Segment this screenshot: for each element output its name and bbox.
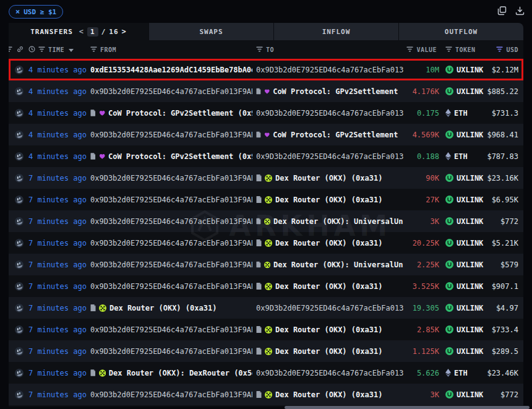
tab-outflow[interactable]: OUTFLOW — [398, 23, 523, 40]
filter-icon[interactable] — [445, 46, 452, 53]
link-icon[interactable] — [17, 46, 24, 54]
column-header-token[interactable]: TOKEN — [442, 46, 485, 53]
filter-icon[interactable] — [38, 46, 45, 53]
address-link[interactable]: 0x9D3b2d0E7925ED46c4a767acEbFa013F9AB… — [90, 239, 252, 248]
address-link[interactable]: 0x9D3b2d0E7925ED46c4a767acEbFa013F9AB… — [90, 325, 252, 334]
filter-icon[interactable] — [256, 46, 263, 53]
page-prev-button[interactable]: < — [79, 27, 84, 36]
chain-explorer-cell[interactable] — [9, 304, 25, 312]
horizontal-scrollbar[interactable] — [285, 406, 530, 409]
time-link[interactable]: 7 minutes ago — [25, 347, 87, 356]
table-row[interactable]: 7 minutes ago0x9D3b2d0E7925ED46c4a767acE… — [9, 167, 523, 189]
entity-link[interactable]: Dex Router (OKX) (0xa31) — [90, 304, 217, 312]
address-link[interactable]: 0x9D3b2d0E7925ED46c4a767acEbFa013F9AB… — [90, 174, 252, 183]
address-link[interactable]: 0xdE153534428Aae1269AdC1459EbBe78bA0e… — [90, 66, 252, 74]
entity-link[interactable]: Dex Router (OKX) (0xa31) — [256, 282, 382, 291]
address-link[interactable]: 0x9D3b2d0E7925ED46c4a767acEbFa013F9AB… — [90, 196, 252, 204]
chain-explorer-cell[interactable] — [9, 347, 25, 356]
entity-link[interactable]: CoW Protocol: GPv2Settlement (0x9… — [256, 87, 403, 96]
token-cell[interactable]: UXLINK — [442, 390, 485, 399]
time-link[interactable]: 7 minutes ago — [25, 239, 87, 248]
address-link[interactable]: 0x9D3b2d0E7925ED46c4a767acEbFa013F9AB… — [256, 109, 403, 118]
token-cell[interactable]: UXLINK — [442, 217, 485, 226]
address-link[interactable]: 0x9D3b2d0E7925ED46c4a767acEbFa013F9AB… — [256, 152, 403, 161]
time-link[interactable]: 7 minutes ago — [25, 369, 87, 377]
entity-link[interactable]: Dex Router (OKX): UniversalUniswa… — [256, 260, 403, 269]
table-row[interactable]: 7 minutes agoDex Router (OKX) (0xa31)0x9… — [9, 297, 523, 319]
token-cell[interactable]: UXLINK — [442, 347, 485, 356]
token-cell[interactable]: UXLINK — [442, 131, 485, 139]
table-row[interactable]: 7 minutes ago0x9D3b2d0E7925ED46c4a767acE… — [9, 319, 523, 340]
entity-link[interactable]: Dex Router (OKX) (0xa31) — [256, 325, 382, 334]
entity-link[interactable]: Dex Router (OKX) (0xa31) — [256, 347, 382, 356]
chain-explorer-cell[interactable] — [9, 196, 25, 204]
column-header-usd[interactable]: USD — [485, 46, 523, 53]
chain-explorer-cell[interactable] — [9, 390, 25, 399]
table-row[interactable]: 7 minutes ago0x9D3b2d0E7925ED46c4a767acE… — [9, 254, 523, 275]
copy-icon[interactable] — [497, 6, 507, 18]
chain-explorer-cell[interactable] — [9, 174, 25, 183]
chain-explorer-cell[interactable] — [9, 66, 25, 74]
time-link[interactable]: 4 minutes ago — [25, 109, 87, 118]
column-header-to[interactable]: TO — [252, 46, 403, 53]
chain-explorer-cell[interactable] — [9, 87, 25, 96]
address-link[interactable]: 0x9D3b2d0E7925ED46c4a767acEbFa013F9AB… — [90, 87, 252, 96]
filter-icon[interactable] — [406, 46, 413, 53]
table-row[interactable]: 7 minutes ago0x9D3b2d0E7925ED46c4a767acE… — [9, 232, 523, 254]
time-link[interactable]: 4 minutes ago — [25, 66, 87, 74]
address-link[interactable]: 0x9D3b2d0E7925ED46c4a767acEbFa013F9AB… — [256, 304, 403, 312]
chain-explorer-cell[interactable] — [9, 260, 25, 269]
column-header-from[interactable]: FROM — [87, 46, 252, 53]
table-row[interactable]: 4 minutes agoCoW Protocol: GPv2Settlemen… — [9, 102, 523, 124]
time-link[interactable]: 4 minutes ago — [25, 87, 87, 96]
table-row[interactable]: 4 minutes agoCoW Protocol: GPv2Settlemen… — [9, 145, 523, 167]
entity-link[interactable]: Dex Router (OKX) (0xa31) — [256, 239, 382, 248]
usd-filter-chip[interactable]: × USD ≥ $1 — [9, 5, 63, 19]
token-cell[interactable]: UXLINK — [442, 282, 485, 291]
tab-transfers[interactable]: TRANSFERS < 1 / 16 > — [9, 23, 148, 40]
token-cell[interactable]: UXLINK — [442, 260, 485, 269]
table-row[interactable]: 7 minutes ago0x9D3b2d0E7925ED46c4a767acE… — [9, 340, 523, 362]
table-row[interactable]: 7 minutes ago0x9D3b2d0E7925ED46c4a767acE… — [9, 384, 523, 405]
address-link[interactable]: 0x9D3b2d0E7925ED46c4a767acEbFa013F9AB… — [90, 131, 252, 139]
chain-explorer-cell[interactable] — [9, 217, 25, 226]
token-cell[interactable]: UXLINK — [442, 325, 485, 334]
chain-explorer-cell[interactable] — [9, 325, 25, 334]
column-header-time[interactable]: TIME — [25, 46, 87, 54]
address-link[interactable]: 0x9D3b2d0E7925ED46c4a767acEbFa013F9AB… — [90, 260, 252, 269]
time-link[interactable]: 7 minutes ago — [25, 260, 87, 269]
chain-explorer-cell[interactable] — [9, 369, 25, 377]
time-link[interactable]: 4 minutes ago — [25, 152, 87, 161]
chain-explorer-cell[interactable] — [9, 152, 25, 161]
tab-swaps[interactable]: SWAPS — [148, 23, 273, 40]
entity-link[interactable]: CoW Protocol: GPv2Settlement (0x9… — [256, 131, 403, 139]
time-link[interactable]: 7 minutes ago — [25, 325, 87, 334]
page-next-button[interactable]: > — [122, 27, 127, 36]
entity-link[interactable]: Dex Router (OKX): UniversalUniswa… — [256, 217, 403, 226]
time-link[interactable]: 7 minutes ago — [25, 196, 87, 204]
entity-link[interactable]: Dex Router (OKX): DexRouter (0x5e… — [90, 369, 252, 377]
token-cell[interactable]: UXLINK — [442, 66, 485, 74]
address-link[interactable]: 0x9D3b2d0E7925ED46c4a767acEbFa013F9AB… — [256, 369, 403, 377]
token-cell[interactable]: UXLINK — [442, 304, 485, 312]
token-cell[interactable]: UXLINK — [442, 174, 485, 183]
token-cell[interactable]: UXLINK — [442, 239, 485, 248]
table-row[interactable]: 7 minutes ago0x9D3b2d0E7925ED46c4a767acE… — [9, 275, 523, 297]
token-cell[interactable]: UXLINK — [442, 87, 485, 96]
token-cell[interactable]: ETH — [442, 109, 485, 118]
filter-icon[interactable] — [9, 46, 12, 53]
entity-link[interactable]: Dex Router (OKX) (0xa31) — [256, 196, 382, 204]
entity-link[interactable]: Dex Router (OKX) (0xa31) — [256, 390, 382, 399]
table-row[interactable]: 7 minutes agoDex Router (OKX): DexRouter… — [9, 362, 523, 384]
time-link[interactable]: 7 minutes ago — [25, 217, 87, 226]
address-link[interactable]: 0x9D3b2d0E7925ED46c4a767acEbFa013F9AB… — [90, 282, 252, 291]
address-link[interactable]: 0x9D3b2d0E7925ED46c4a767acEbFa013F9AB… — [256, 66, 403, 74]
filter-icon[interactable] — [90, 46, 97, 53]
address-link[interactable]: 0x9D3b2d0E7925ED46c4a767acEbFa013F9AB… — [90, 347, 252, 356]
time-link[interactable]: 7 minutes ago — [25, 282, 87, 291]
tab-inflow[interactable]: INFLOW — [273, 23, 398, 40]
column-header-value[interactable]: VALUE — [403, 46, 442, 53]
table-row[interactable]: 7 minutes ago0x9D3b2d0E7925ED46c4a767acE… — [9, 210, 523, 232]
entity-link[interactable]: Dex Router (OKX) (0xa31) — [256, 174, 382, 183]
time-link[interactable]: 4 minutes ago — [25, 131, 87, 139]
